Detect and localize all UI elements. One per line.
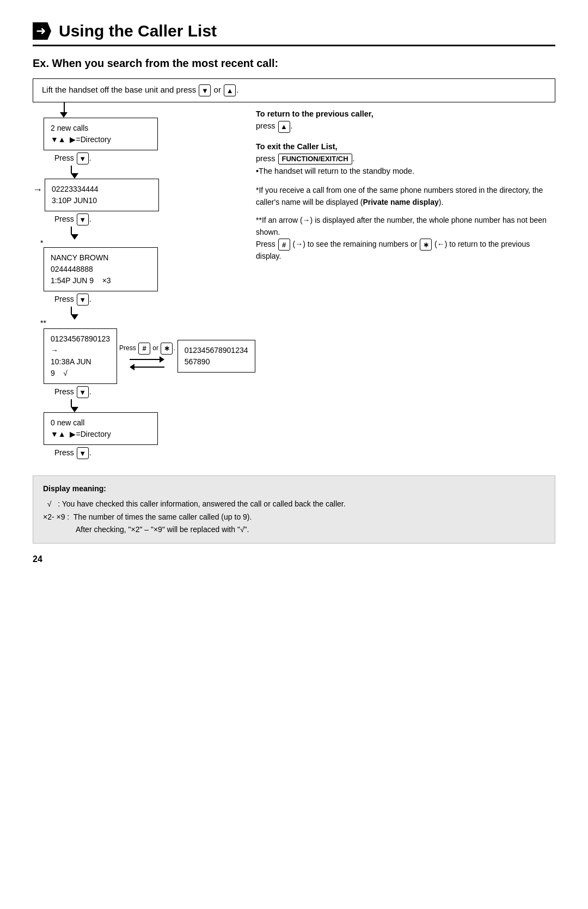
top-or-text: or xyxy=(214,85,221,94)
flow-box-5: 0 new call ▼▲ ▶=Directory xyxy=(44,412,158,445)
press-hash-label: Press # or ∗. xyxy=(119,343,175,355)
press-btn-3: ▼ xyxy=(77,294,89,306)
press-label-5: Press ▼. xyxy=(54,447,240,459)
press-btn-2: ▼ xyxy=(77,213,89,225)
note-exit-body: press xyxy=(256,154,275,163)
press-label-1: Press ▼. xyxy=(54,152,240,164)
note-star2: **If an arrow (→) is displayed after the… xyxy=(256,215,555,262)
note-star2-text1: **If an arrow (→) is displayed after the… xyxy=(256,216,547,236)
display-meaning-times: ×2- ×9 : The number of times the same ca… xyxy=(43,511,545,524)
hash-btn: # xyxy=(138,343,150,355)
note-hash-btn: # xyxy=(278,239,290,251)
top-btn-down: ▼ xyxy=(199,84,211,96)
note-star2-text2: Press # (→) to see the remaining numbers… xyxy=(256,240,530,260)
press-btn-4: ▼ xyxy=(77,386,89,398)
sqrt-label: √ xyxy=(47,499,52,508)
top-instruction-text: Lift the handset off the base unit and p… xyxy=(42,85,196,94)
note-star1: *If you receive a call from one of the s… xyxy=(256,185,555,208)
flowchart-column: 2 new calls ▼▲ ▶=Directory Press ▼. → 02… xyxy=(33,102,240,460)
note-return-body: press xyxy=(256,121,275,130)
flow-box-4-right-line1: 012345678901234 xyxy=(185,345,248,356)
flow-box-4-line2: 10:38A JUN 9 √ xyxy=(51,356,110,379)
flow-box-3: NANCY BROWN 0244448888 1:54P JUN 9 ×3 xyxy=(44,247,158,291)
note-star-btn: ∗ xyxy=(420,239,432,251)
flow-box-2: 02223334444 3:10P JUN10 xyxy=(45,179,159,211)
press-label-3: Press ▼. xyxy=(54,294,240,306)
times-desc: The number of times the same caller call… xyxy=(74,513,252,521)
note-return-btn: ▲ xyxy=(278,121,290,133)
press-btn-5: ▼ xyxy=(77,447,89,459)
note-return: To return to the previous caller, press … xyxy=(256,108,555,133)
flow-box-3-line1: NANCY BROWN xyxy=(51,252,151,264)
display-meaning-sqrt: √ : You have checked this caller informa… xyxy=(43,498,545,511)
flow-box-1-line2: ▼▲ ▶=Directory xyxy=(51,134,151,145)
flow-box-5-line1: 0 new call xyxy=(51,417,151,429)
flow-box-4-line1: 01234567890123 → xyxy=(51,333,110,356)
flow-box-5-line2: ▼▲ ▶=Directory xyxy=(51,429,151,440)
sqrt-desc: : You have checked this caller informati… xyxy=(58,499,345,508)
top-instruction-box: Lift the handset off the base unit and p… xyxy=(33,78,555,102)
page-subtitle: Ex. When you search from the most recent… xyxy=(33,57,555,70)
display-meaning-title: Display meaning: xyxy=(43,483,545,496)
flow-box-2-line1: 02223334444 xyxy=(52,184,152,195)
top-btn-up: ▲ xyxy=(224,84,236,96)
flow-box-4-right: 012345678901234 567890 xyxy=(177,340,255,373)
flow-box-4-right-line2: 567890 xyxy=(185,356,248,368)
note-exit-btn: FUNCTION/EXIT/CH xyxy=(278,154,352,164)
display-meaning-box: Display meaning: √ : You have checked th… xyxy=(33,475,555,544)
display-meaning-times-sub: After checking, "×2" – "×9" will be repl… xyxy=(76,523,545,536)
press-label-4: Press ▼. xyxy=(54,386,240,398)
star-marker-1: * xyxy=(40,239,240,247)
note-exit: To exit the Caller List, press FUNCTION/… xyxy=(256,141,555,177)
note-return-title: To return to the previous caller, xyxy=(256,109,373,118)
star-btn: ∗ xyxy=(161,343,173,355)
notes-column: To return to the previous caller, press … xyxy=(256,102,555,460)
note-exit-title: To exit the Caller List, xyxy=(256,142,338,151)
flow-box-3-line2: 0244448888 xyxy=(51,264,151,275)
main-content: 2 new calls ▼▲ ▶=Directory Press ▼. → 02… xyxy=(33,102,555,460)
flow-box-4-left: 01234567890123 → 10:38A JUN 9 √ xyxy=(44,328,117,384)
section-arrow-icon: ➜ xyxy=(33,22,51,40)
page-number: 24 xyxy=(33,554,555,564)
press-btn-1: ▼ xyxy=(77,152,89,164)
page-title: Using the Caller List xyxy=(59,22,217,40)
note-star1-bold: Private name display xyxy=(363,198,438,206)
press-label-2: Press ▼. xyxy=(54,213,240,225)
flow-box-1-line1: 2 new calls xyxy=(51,123,151,134)
flow-box-1: 2 new calls ▼▲ ▶=Directory xyxy=(44,118,158,150)
flow-box-3-line3: 1:54P JUN 9 ×3 xyxy=(51,275,151,286)
star-marker-2: ** xyxy=(40,319,240,327)
page-title-section: ➜ Using the Caller List xyxy=(33,22,555,46)
times-label: ×2- ×9 : xyxy=(43,513,69,521)
note-exit-sub: •The handset will return to the standby … xyxy=(256,167,414,175)
flow-box-2-line2: 3:10P JUN10 xyxy=(52,195,152,206)
